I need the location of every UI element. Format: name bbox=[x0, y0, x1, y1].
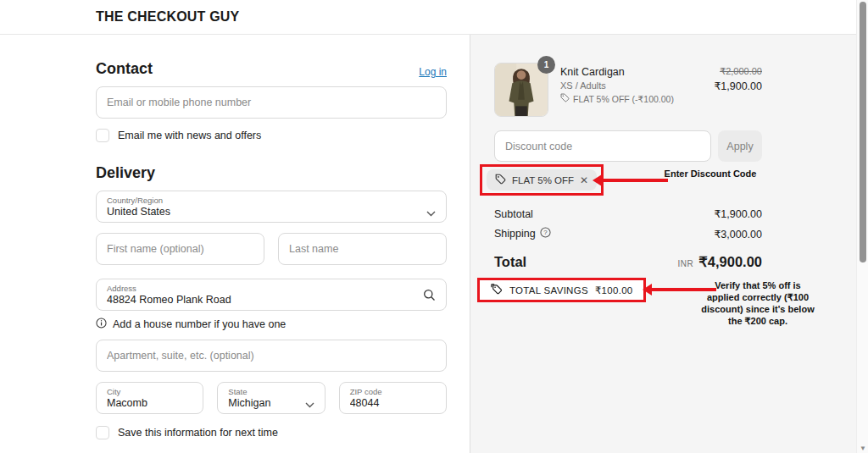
city-field-wrap: City bbox=[96, 382, 203, 414]
product-discount-row: FLAT 5% OFF (-₹100.00) bbox=[560, 93, 714, 104]
applied-discount-chip[interactable]: FLAT 5% OFF ✕ bbox=[487, 169, 597, 191]
first-name-field[interactable] bbox=[96, 233, 264, 265]
discount-code-input[interactable] bbox=[494, 130, 711, 162]
country-select[interactable]: Country/Region United States bbox=[96, 191, 447, 223]
discount-highlight-box: FLAT 5% OFF ✕ bbox=[480, 164, 604, 196]
save-info-label: Save this information for next time bbox=[118, 427, 278, 439]
subtotal-label: Subtotal bbox=[494, 208, 533, 220]
scrollbar-thumb[interactable] bbox=[860, 2, 866, 262]
tag-icon bbox=[560, 93, 570, 104]
annotation-enter-discount: Enter Discount Code bbox=[664, 168, 757, 180]
info-icon bbox=[96, 318, 107, 331]
address-hint-text: Add a house number if you have one bbox=[113, 318, 286, 330]
product-discount-note: FLAT 5% OFF (-₹100.00) bbox=[573, 94, 674, 104]
city-label: City bbox=[107, 387, 192, 396]
applied-discount-row: FLAT 5% OFF ✕ Enter Discount Code bbox=[494, 164, 762, 196]
state-label: State bbox=[228, 387, 314, 396]
total-value: ₹4,900.00 bbox=[698, 254, 762, 270]
zip-field[interactable] bbox=[350, 396, 436, 410]
zip-label: ZIP code bbox=[350, 387, 436, 396]
login-link[interactable]: Log in bbox=[419, 66, 447, 78]
city-field[interactable] bbox=[107, 396, 192, 410]
shipping-value: ₹3,000.00 bbox=[714, 228, 762, 240]
product-name: Knit Cardigan bbox=[560, 66, 714, 78]
scrollbar-down-arrow[interactable]: ▼ bbox=[857, 445, 868, 452]
total-row: Total INR ₹4,900.00 bbox=[494, 254, 762, 270]
apartment-field[interactable] bbox=[96, 340, 447, 372]
product-thumbnail: 1 bbox=[494, 63, 548, 117]
header: THE CHECKOUT GUY bbox=[0, 0, 868, 35]
state-select[interactable]: State Michigan bbox=[217, 382, 325, 414]
shipping-label: Shipping bbox=[494, 228, 536, 240]
search-icon bbox=[423, 289, 436, 305]
address-field[interactable] bbox=[107, 293, 436, 307]
delivery-title: Delivery bbox=[96, 164, 447, 182]
address-label: Address bbox=[107, 284, 436, 293]
discount-code-row: Apply bbox=[494, 130, 762, 162]
shipping-row: Shipping ? ₹3,000.00 bbox=[494, 227, 762, 240]
cart-line-item: 1 Knit Cardigan XS / Adults FLAT 5% OFF … bbox=[494, 63, 762, 117]
subtotal-value: ₹1,900.00 bbox=[714, 207, 762, 220]
subtotal-row: Subtotal ₹1,900.00 bbox=[494, 207, 762, 220]
order-summary-panel: 1 Knit Cardigan XS / Adults FLAT 5% OFF … bbox=[470, 35, 856, 453]
news-offers-checkbox[interactable] bbox=[96, 129, 109, 142]
product-variant: XS / Adults bbox=[560, 80, 714, 91]
applied-discount-code: FLAT 5% OFF bbox=[512, 175, 574, 185]
chevron-down-icon bbox=[305, 396, 314, 412]
total-label: Total bbox=[494, 254, 526, 270]
savings-label: TOTAL SAVINGS bbox=[509, 285, 588, 296]
last-name-field[interactable] bbox=[278, 233, 447, 265]
chevron-down-icon bbox=[426, 205, 436, 220]
annotation-verify-savings: Verify that 5% off is applied correctly … bbox=[698, 279, 818, 327]
checkout-form-panel: Contact Log in Email me with news and of… bbox=[0, 35, 470, 453]
help-icon[interactable]: ? bbox=[540, 227, 551, 240]
country-label: Country/Region bbox=[107, 196, 436, 205]
currency-code: INR bbox=[678, 259, 694, 268]
address-field-wrap: Address bbox=[96, 279, 447, 311]
apply-discount-button[interactable]: Apply bbox=[718, 130, 762, 162]
remove-discount-icon[interactable]: ✕ bbox=[580, 175, 588, 185]
quantity-badge: 1 bbox=[537, 56, 555, 74]
news-offers-label: Email me with news and offers bbox=[118, 130, 261, 141]
email-field[interactable] bbox=[96, 86, 447, 119]
country-value: United States bbox=[107, 205, 436, 218]
state-value: Michigan bbox=[228, 396, 314, 410]
vertical-scrollbar[interactable]: ▼ bbox=[856, 0, 868, 453]
product-original-price: ₹2,000.00 bbox=[714, 66, 762, 77]
save-info-row: Save this information for next time bbox=[96, 426, 447, 439]
tag-icon bbox=[495, 174, 506, 186]
zip-field-wrap: ZIP code bbox=[339, 382, 447, 414]
checkout-page: THE CHECKOUT GUY Contact Log in Email me… bbox=[0, 0, 868, 453]
product-price: ₹1,900.00 bbox=[714, 80, 762, 92]
svg-text:?: ? bbox=[543, 229, 548, 236]
store-name[interactable]: THE CHECKOUT GUY bbox=[96, 9, 239, 25]
save-info-checkbox[interactable] bbox=[96, 426, 109, 439]
address-hint-row: Add a house number if you have one bbox=[96, 318, 447, 331]
double-tag-icon bbox=[490, 283, 503, 297]
news-offers-row: Email me with news and offers bbox=[96, 129, 447, 142]
savings-highlight-box: TOTAL SAVINGS ₹100.00 bbox=[477, 278, 646, 302]
savings-value: ₹100.00 bbox=[595, 285, 633, 296]
contact-title: Contact bbox=[96, 60, 153, 78]
total-savings-row: TOTAL SAVINGS ₹100.00 Verify that 5% off… bbox=[494, 278, 762, 303]
